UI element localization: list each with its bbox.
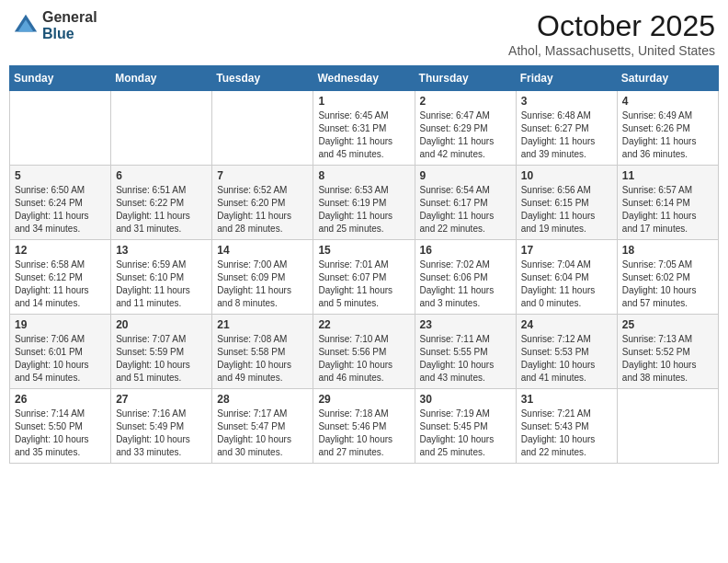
calendar-cell: 24Sunrise: 7:12 AM Sunset: 5:53 PM Dayli… xyxy=(516,315,617,389)
day-number: 16 xyxy=(420,244,511,257)
day-number: 31 xyxy=(521,393,612,406)
day-info: Sunrise: 7:11 AM Sunset: 5:55 PM Dayligh… xyxy=(420,333,511,385)
calendar-cell: 9Sunrise: 6:54 AM Sunset: 6:17 PM Daylig… xyxy=(415,166,516,240)
calendar-cell: 28Sunrise: 7:17 AM Sunset: 5:47 PM Dayli… xyxy=(212,389,313,464)
calendar-cell: 2Sunrise: 6:47 AM Sunset: 6:29 PM Daylig… xyxy=(415,91,516,166)
day-number: 9 xyxy=(420,169,511,182)
day-info: Sunrise: 7:21 AM Sunset: 5:43 PM Dayligh… xyxy=(521,408,612,459)
calendar-cell: 26Sunrise: 7:14 AM Sunset: 5:50 PM Dayli… xyxy=(10,389,111,464)
calendar-cell: 4Sunrise: 6:49 AM Sunset: 6:26 PM Daylig… xyxy=(617,91,718,166)
calendar-cell: 16Sunrise: 7:02 AM Sunset: 6:06 PM Dayli… xyxy=(415,240,516,315)
calendar-cell: 30Sunrise: 7:19 AM Sunset: 5:45 PM Dayli… xyxy=(415,389,516,464)
day-info: Sunrise: 6:58 AM Sunset: 6:12 PM Dayligh… xyxy=(15,259,106,310)
logo: General Blue xyxy=(13,9,97,41)
location-text: Athol, Massachusetts, United States xyxy=(508,43,715,58)
weekday-header-friday: Friday xyxy=(516,66,617,91)
day-number: 5 xyxy=(15,169,106,182)
calendar-cell: 17Sunrise: 7:04 AM Sunset: 6:04 PM Dayli… xyxy=(516,240,617,315)
day-number: 18 xyxy=(622,244,713,257)
calendar-cell: 19Sunrise: 7:06 AM Sunset: 6:01 PM Dayli… xyxy=(10,315,111,389)
day-number: 2 xyxy=(420,95,511,108)
calendar-cell: 15Sunrise: 7:01 AM Sunset: 6:07 PM Dayli… xyxy=(313,240,415,315)
weekday-header-row: SundayMondayTuesdayWednesdayThursdayFrid… xyxy=(10,66,719,91)
day-info: Sunrise: 6:52 AM Sunset: 6:20 PM Dayligh… xyxy=(217,184,308,236)
day-number: 6 xyxy=(116,169,207,182)
day-info: Sunrise: 7:08 AM Sunset: 5:58 PM Dayligh… xyxy=(217,333,308,385)
day-info: Sunrise: 7:18 AM Sunset: 5:46 PM Dayligh… xyxy=(318,408,409,459)
day-info: Sunrise: 7:16 AM Sunset: 5:49 PM Dayligh… xyxy=(116,408,207,459)
logo-text: General Blue xyxy=(42,9,97,41)
weekday-header-saturday: Saturday xyxy=(617,66,718,91)
week-row-3: 12Sunrise: 6:58 AM Sunset: 6:12 PM Dayli… xyxy=(10,240,719,315)
calendar-cell: 14Sunrise: 7:00 AM Sunset: 6:09 PM Dayli… xyxy=(212,240,313,315)
day-info: Sunrise: 7:10 AM Sunset: 5:56 PM Dayligh… xyxy=(318,333,409,385)
calendar-cell: 5Sunrise: 6:50 AM Sunset: 6:24 PM Daylig… xyxy=(10,166,111,240)
weekday-header-sunday: Sunday xyxy=(10,66,111,91)
day-info: Sunrise: 6:49 AM Sunset: 6:26 PM Dayligh… xyxy=(622,109,713,161)
week-row-1: 1Sunrise: 6:45 AM Sunset: 6:31 PM Daylig… xyxy=(10,91,719,166)
day-number: 21 xyxy=(217,318,308,331)
week-row-5: 26Sunrise: 7:14 AM Sunset: 5:50 PM Dayli… xyxy=(10,389,719,464)
calendar-cell: 27Sunrise: 7:16 AM Sunset: 5:49 PM Dayli… xyxy=(111,389,212,464)
day-info: Sunrise: 7:01 AM Sunset: 6:07 PM Dayligh… xyxy=(318,259,409,310)
day-number: 10 xyxy=(521,169,612,182)
day-number: 19 xyxy=(15,318,106,331)
calendar-cell: 7Sunrise: 6:52 AM Sunset: 6:20 PM Daylig… xyxy=(212,166,313,240)
logo-blue-text: Blue xyxy=(42,26,97,42)
day-info: Sunrise: 7:06 AM Sunset: 6:01 PM Dayligh… xyxy=(15,333,106,385)
calendar-cell: 23Sunrise: 7:11 AM Sunset: 5:55 PM Dayli… xyxy=(415,315,516,389)
week-row-4: 19Sunrise: 7:06 AM Sunset: 6:01 PM Dayli… xyxy=(10,315,719,389)
day-info: Sunrise: 7:00 AM Sunset: 6:09 PM Dayligh… xyxy=(217,259,308,310)
day-info: Sunrise: 7:13 AM Sunset: 5:52 PM Dayligh… xyxy=(622,333,713,385)
calendar-cell: 8Sunrise: 6:53 AM Sunset: 6:19 PM Daylig… xyxy=(313,166,415,240)
day-number: 30 xyxy=(420,393,511,406)
day-number: 27 xyxy=(116,393,207,406)
weekday-header-wednesday: Wednesday xyxy=(313,66,415,91)
calendar-cell xyxy=(617,389,718,464)
calendar-cell xyxy=(212,91,313,166)
day-number: 12 xyxy=(15,244,106,257)
day-number: 22 xyxy=(318,318,409,331)
day-info: Sunrise: 7:14 AM Sunset: 5:50 PM Dayligh… xyxy=(15,408,106,459)
day-number: 8 xyxy=(318,169,409,182)
calendar-cell: 31Sunrise: 7:21 AM Sunset: 5:43 PM Dayli… xyxy=(516,389,617,464)
calendar-cell: 6Sunrise: 6:51 AM Sunset: 6:22 PM Daylig… xyxy=(111,166,212,240)
day-info: Sunrise: 6:53 AM Sunset: 6:19 PM Dayligh… xyxy=(318,184,409,236)
month-title: October 2025 xyxy=(508,9,715,43)
day-number: 25 xyxy=(622,318,713,331)
day-info: Sunrise: 6:48 AM Sunset: 6:27 PM Dayligh… xyxy=(521,109,612,161)
day-info: Sunrise: 6:56 AM Sunset: 6:15 PM Dayligh… xyxy=(521,184,612,236)
logo-general-text: General xyxy=(42,9,97,26)
calendar-cell: 13Sunrise: 6:59 AM Sunset: 6:10 PM Dayli… xyxy=(111,240,212,315)
weekday-header-monday: Monday xyxy=(111,66,212,91)
day-number: 17 xyxy=(521,244,612,257)
day-number: 29 xyxy=(318,393,409,406)
weekday-header-thursday: Thursday xyxy=(415,66,516,91)
calendar-cell: 1Sunrise: 6:45 AM Sunset: 6:31 PM Daylig… xyxy=(313,91,415,166)
day-info: Sunrise: 6:54 AM Sunset: 6:17 PM Dayligh… xyxy=(420,184,511,236)
calendar-cell: 12Sunrise: 6:58 AM Sunset: 6:12 PM Dayli… xyxy=(10,240,111,315)
day-number: 7 xyxy=(217,169,308,182)
calendar-cell xyxy=(10,91,111,166)
calendar-cell: 18Sunrise: 7:05 AM Sunset: 6:02 PM Dayli… xyxy=(617,240,718,315)
title-block: October 2025 Athol, Massachusetts, Unite… xyxy=(508,9,715,58)
calendar-cell: 25Sunrise: 7:13 AM Sunset: 5:52 PM Dayli… xyxy=(617,315,718,389)
calendar-cell: 11Sunrise: 6:57 AM Sunset: 6:14 PM Dayli… xyxy=(617,166,718,240)
day-info: Sunrise: 7:12 AM Sunset: 5:53 PM Dayligh… xyxy=(521,333,612,385)
calendar-cell: 29Sunrise: 7:18 AM Sunset: 5:46 PM Dayli… xyxy=(313,389,415,464)
logo-icon xyxy=(13,13,39,39)
day-info: Sunrise: 6:47 AM Sunset: 6:29 PM Dayligh… xyxy=(420,109,511,161)
day-info: Sunrise: 7:05 AM Sunset: 6:02 PM Dayligh… xyxy=(622,259,713,310)
day-info: Sunrise: 7:04 AM Sunset: 6:04 PM Dayligh… xyxy=(521,259,612,310)
day-info: Sunrise: 7:02 AM Sunset: 6:06 PM Dayligh… xyxy=(420,259,511,310)
day-number: 15 xyxy=(318,244,409,257)
day-info: Sunrise: 6:50 AM Sunset: 6:24 PM Dayligh… xyxy=(15,184,106,236)
day-number: 20 xyxy=(116,318,207,331)
day-number: 14 xyxy=(217,244,308,257)
calendar-cell: 3Sunrise: 6:48 AM Sunset: 6:27 PM Daylig… xyxy=(516,91,617,166)
day-number: 13 xyxy=(116,244,207,257)
calendar-cell: 20Sunrise: 7:07 AM Sunset: 5:59 PM Dayli… xyxy=(111,315,212,389)
day-number: 1 xyxy=(318,95,409,108)
page-header: General Blue October 2025 Athol, Massach… xyxy=(9,9,719,58)
day-number: 3 xyxy=(521,95,612,108)
